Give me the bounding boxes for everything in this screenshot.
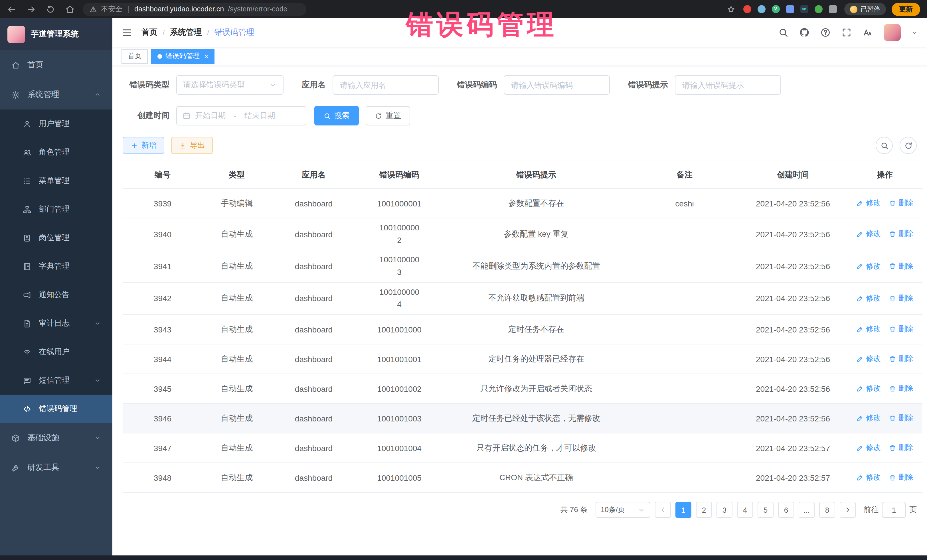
sidebar-item-dev-tools[interactable]: 研发工具 — [0, 453, 112, 483]
pagination-page-5[interactable]: 5 — [758, 502, 774, 518]
date-range-picker[interactable]: 开始日期 - 结束日期 — [176, 106, 306, 126]
pagination-more[interactable]: ... — [799, 502, 815, 518]
fullscreen-icon[interactable] — [842, 27, 852, 38]
page-size-value: 10条/页 — [601, 505, 625, 514]
cell-created: 2021-04-20 23:52:57 — [739, 433, 847, 463]
edit-link[interactable]: 修改 — [856, 354, 881, 364]
help-icon[interactable] — [820, 27, 831, 38]
avatar[interactable] — [884, 24, 901, 41]
avatar-caret-icon[interactable] — [912, 29, 918, 36]
update-button[interactable]: 更新 — [892, 3, 920, 16]
sidebar-toggle-button[interactable] — [122, 27, 132, 38]
extension-grid-icon[interactable] — [786, 5, 794, 13]
refresh-table-button[interactable] — [900, 137, 917, 154]
sidebar-item-home[interactable]: 首页 — [0, 50, 112, 80]
pagination-page-3[interactable]: 3 — [716, 502, 732, 518]
edit-link[interactable]: 修改 — [856, 293, 881, 304]
tab-label: 首页 — [128, 51, 141, 61]
sidebar-item-infrastructure[interactable]: 基础设施 — [0, 423, 112, 453]
goto-page-input[interactable] — [882, 502, 906, 518]
end-date-placeholder: 结束日期 — [245, 111, 275, 121]
edit-link[interactable]: 修改 — [856, 229, 881, 239]
sidebar-item-error-code-management[interactable]: 错误码管理 — [0, 395, 112, 423]
app-name-input[interactable] — [333, 75, 439, 95]
pagination-page-1[interactable]: 1 — [675, 502, 691, 518]
sidebar-item-dept-management[interactable]: 部门管理 — [0, 195, 112, 223]
pagination-next[interactable] — [840, 502, 856, 518]
breadcrumb-home[interactable]: 首页 — [141, 27, 158, 38]
sidebar-item-system-management[interactable]: 系统管理 — [0, 80, 112, 109]
edit-link[interactable]: 修改 — [856, 472, 881, 483]
reset-button[interactable]: 重置 — [366, 106, 410, 126]
edit-link[interactable]: 修改 — [856, 324, 881, 334]
error-code-input[interactable] — [504, 75, 610, 95]
back-button[interactable] — [7, 4, 17, 14]
bookmark-star-icon[interactable] — [726, 5, 735, 14]
forward-button[interactable] — [26, 4, 36, 14]
delete-link[interactable]: 删除 — [889, 198, 913, 208]
sidebar-item-notice-announcement[interactable]: 通知公告 — [0, 281, 112, 309]
pagination-page-6[interactable]: 6 — [778, 502, 794, 518]
delete-link[interactable]: 删除 — [889, 384, 913, 394]
edit-link[interactable]: 修改 — [856, 384, 881, 394]
profile-chip[interactable]: 已暂停 — [844, 3, 886, 15]
delete-link[interactable]: 删除 — [889, 261, 913, 272]
sidebar-item-online-users[interactable]: 在线用户 — [0, 338, 112, 366]
filter-label: 创建时间 — [123, 111, 169, 121]
tab-close-icon[interactable]: × — [204, 53, 208, 59]
delete-link[interactable]: 删除 — [889, 413, 913, 423]
tab-error-code[interactable]: 错误码管理 × — [151, 49, 214, 64]
sidebar-item-user-management[interactable]: 用户管理 — [0, 109, 112, 138]
delete-link[interactable]: 删除 — [889, 229, 913, 239]
cell-message: CRON 表达式不正确 — [442, 463, 631, 492]
browser-home-button[interactable] — [65, 4, 75, 14]
pagination-page-2[interactable]: 2 — [696, 502, 712, 518]
font-size-icon[interactable] — [863, 27, 873, 38]
pagination-page-4[interactable]: 4 — [737, 502, 753, 518]
delete-link[interactable]: 删除 — [889, 472, 913, 483]
address-bar[interactable]: 不安全 dashboard.yudao.iocoder.cn/system/er… — [83, 3, 306, 16]
edit-link[interactable]: 修改 — [856, 413, 881, 423]
extension-vue-devtools-icon[interactable]: V — [772, 5, 780, 13]
sidebar-item-post-management[interactable]: 岗位管理 — [0, 223, 112, 252]
sidebar-item-audit-log[interactable]: 审计日志 — [0, 309, 112, 338]
extension-switch-icon[interactable]: on — [800, 5, 808, 13]
delete-link[interactable]: 删除 — [889, 293, 913, 304]
cell-created: 2021-04-20 23:52:56 — [739, 404, 847, 433]
extension-colorpicker-icon[interactable] — [757, 5, 765, 13]
extension-leaf-icon[interactable] — [815, 5, 822, 13]
sidebar-item-sms-management[interactable]: 短信管理 — [0, 366, 112, 395]
extension-puzzle-icon[interactable] — [828, 5, 837, 13]
error-hint-input[interactable] — [675, 75, 781, 95]
delete-link[interactable]: 删除 — [889, 443, 913, 453]
pagination-page-8[interactable]: 8 — [819, 502, 835, 518]
page-size-select[interactable]: 10条/页 — [596, 502, 650, 518]
app-logo[interactable]: 芋道管理系统 — [0, 18, 112, 50]
edit-link[interactable]: 修改 — [856, 198, 881, 208]
cell-app: dashboard — [271, 218, 357, 250]
toggle-search-button[interactable] — [876, 137, 893, 154]
edit-link[interactable]: 修改 — [856, 443, 881, 453]
sidebar-item-dict-management[interactable]: 字典管理 — [0, 252, 112, 281]
breadcrumb-system[interactable]: 系统管理 — [170, 27, 202, 38]
add-button[interactable]: 新增 — [123, 137, 164, 154]
main-panel: 首页 / 系统管理 / 错误码管理 首页 — [112, 18, 927, 560]
edit-link[interactable]: 修改 — [856, 261, 881, 272]
profile-emoji-icon — [850, 5, 857, 13]
delete-link[interactable]: 删除 — [889, 324, 913, 334]
extension-record-icon[interactable] — [743, 5, 751, 13]
delete-link[interactable]: 删除 — [889, 354, 913, 364]
edit-label: 修改 — [866, 472, 881, 483]
pagination-prev[interactable] — [655, 502, 671, 518]
search-button[interactable]: 搜索 — [314, 106, 359, 126]
export-button[interactable]: 导出 — [171, 137, 213, 154]
error-type-select[interactable]: 请选择错误码类型 — [176, 75, 284, 95]
edit-icon — [856, 231, 864, 238]
github-icon[interactable] — [799, 27, 810, 38]
tab-home[interactable]: 首页 — [122, 49, 148, 64]
sidebar-item-role-management[interactable]: 角色管理 — [0, 138, 112, 167]
reload-button[interactable] — [46, 4, 55, 14]
navbar-actions — [778, 24, 918, 41]
sidebar-item-menu-management[interactable]: 菜单管理 — [0, 167, 112, 195]
search-icon[interactable] — [778, 27, 789, 38]
